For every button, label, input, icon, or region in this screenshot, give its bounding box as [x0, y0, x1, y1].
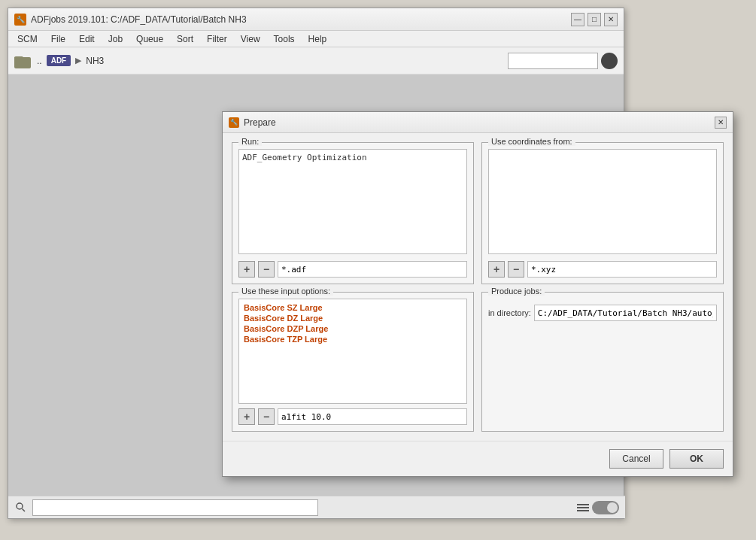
- produce-directory-input[interactable]: [534, 305, 717, 321]
- dialog-footer: Cancel OK: [223, 441, 733, 476]
- produce-panel: Produce jobs: in directory:: [481, 292, 724, 432]
- dialog-close-button[interactable]: ✕: [715, 117, 727, 129]
- close-button[interactable]: ✕: [604, 13, 618, 26]
- toolbar-search-button[interactable]: [601, 53, 618, 69]
- produce-directory-label: in directory:: [488, 308, 531, 317]
- list-item: BasisCore TZP Large: [242, 334, 463, 344]
- coord-filter-input[interactable]: [527, 261, 717, 278]
- bottom-controls: [577, 501, 619, 514]
- folder-icon: [14, 53, 32, 68]
- run-panel-label: Run:: [238, 137, 262, 146]
- coordinates-textarea[interactable]: [488, 149, 717, 254]
- options-filter-input[interactable]: [278, 408, 467, 425]
- dialog-title-bar: 🔧 Prepare ✕: [223, 112, 733, 133]
- title-bar-left: 🔧 ADFjobs 2019.101: C:/ADF_DATA/Tutorial…: [14, 14, 247, 26]
- menu-filter[interactable]: Filter: [201, 32, 233, 46]
- menu-edit[interactable]: Edit: [73, 32, 101, 46]
- cancel-button[interactable]: Cancel: [609, 449, 663, 469]
- toolbar-search-area: [508, 53, 618, 69]
- run-add-button[interactable]: +: [238, 261, 255, 278]
- breadcrumb-arrow: ▶: [75, 56, 81, 65]
- coordinates-panel-label: Use coordinates from:: [488, 137, 575, 146]
- options-list: BasisCore SZ Large BasisCore DZ Large Ba…: [238, 299, 467, 404]
- menu-file[interactable]: File: [45, 32, 71, 46]
- dialog-icon: 🔧: [229, 117, 239, 128]
- menu-view[interactable]: View: [235, 32, 266, 46]
- run-filter-input[interactable]: [278, 261, 467, 278]
- maximize-button[interactable]: □: [587, 13, 601, 26]
- svg-point-0: [17, 503, 23, 509]
- list-item: BasisCore DZP Large: [242, 323, 463, 334]
- main-title-bar: 🔧 ADFjobs 2019.101: C:/ADF_DATA/Tutorial…: [8, 8, 624, 31]
- prepare-dialog: 🔧 Prepare ✕ Run: ADF_Geometry Optimizati…: [222, 111, 733, 477]
- bottom-search-icon: [14, 502, 26, 514]
- lines-icon[interactable]: [577, 504, 589, 511]
- coord-add-button[interactable]: +: [488, 261, 505, 278]
- list-item: BasisCore SZ Large: [242, 302, 463, 313]
- options-panel-label: Use these input options:: [238, 287, 333, 296]
- menu-help[interactable]: Help: [302, 32, 333, 46]
- menu-tools[interactable]: Tools: [268, 32, 301, 46]
- minimize-button[interactable]: —: [571, 13, 584, 26]
- adf-badge: ADF: [47, 55, 71, 66]
- run-panel-footer: + −: [238, 261, 467, 278]
- window-controls: — □ ✕: [571, 13, 618, 26]
- run-textarea[interactable]: ADF_Geometry Optimization: [238, 149, 467, 254]
- produce-directory-row: in directory:: [488, 305, 717, 321]
- menu-job[interactable]: Job: [102, 32, 129, 46]
- bottom-search-input-box[interactable]: [32, 499, 318, 516]
- menu-queue[interactable]: Queue: [130, 32, 169, 46]
- produce-panel-label: Produce jobs:: [488, 287, 545, 296]
- main-window-title: ADFjobs 2019.101: C:/ADF_DATA/Tutorial/B…: [31, 14, 247, 25]
- run-remove-button[interactable]: −: [258, 261, 275, 278]
- toolbar: .. ADF ▶ NH3: [8, 47, 624, 74]
- dialog-body: Run: ADF_Geometry Optimization + − Use c…: [223, 133, 733, 441]
- toolbar-search-input[interactable]: [508, 53, 598, 69]
- bottom-bar: [8, 496, 625, 518]
- coord-panel-footer: + −: [488, 261, 717, 278]
- options-remove-button[interactable]: −: [258, 408, 275, 425]
- menu-sort[interactable]: Sort: [171, 32, 199, 46]
- dialog-title-left: 🔧 Prepare: [229, 117, 276, 128]
- svg-line-1: [22, 509, 25, 512]
- options-panel-footer: + −: [238, 408, 467, 425]
- toggle-switch[interactable]: [592, 501, 619, 514]
- options-panel: Use these input options: BasisCore SZ La…: [232, 292, 474, 432]
- menu-scm[interactable]: SCM: [11, 32, 44, 46]
- run-panel: Run: ADF_Geometry Optimization + −: [232, 142, 474, 284]
- list-item: BasisCore DZ Large: [242, 313, 463, 323]
- ok-button[interactable]: OK: [669, 449, 724, 469]
- coord-remove-button[interactable]: −: [508, 261, 524, 278]
- breadcrumb-parent: ..: [37, 56, 42, 66]
- coordinates-panel: Use coordinates from: + −: [481, 142, 724, 284]
- breadcrumb-current: NH3: [86, 56, 104, 66]
- options-add-button[interactable]: +: [238, 408, 255, 425]
- dialog-title: Prepare: [244, 117, 276, 128]
- menu-bar: SCM File Edit Job Queue Sort Filter View…: [8, 31, 624, 47]
- app-icon: 🔧: [14, 14, 26, 26]
